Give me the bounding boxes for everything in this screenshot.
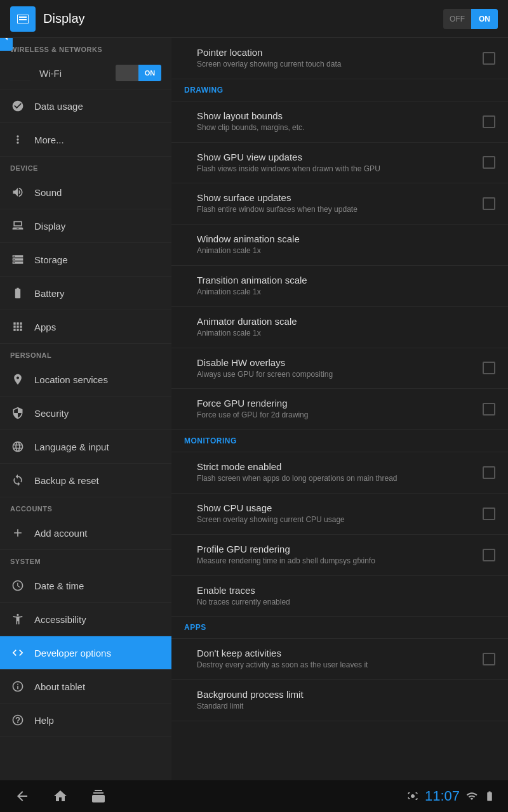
setting-show-layout-bounds-text: Show layout bounds Show clip bounds, mar… [197, 110, 475, 133]
language-label: Language & input [34, 442, 109, 452]
wifi-status-icon [466, 790, 478, 802]
header-title: Display [43, 11, 443, 26]
setting-show-cpu-usage-text: Show CPU usage Screen overlay showing cu… [197, 502, 475, 525]
setting-background-process-limit-text: Background process limit Standard limit [197, 689, 495, 712]
strict-mode-checkbox[interactable] [483, 466, 495, 479]
setting-animator-duration-scale-title: Animator duration scale [197, 316, 495, 327]
setting-background-process-limit[interactable]: Background process limit Standard limit [171, 680, 508, 721]
setting-show-gpu-view-updates-text: Show GPU view updates Flash views inside… [197, 152, 475, 174]
setting-pointer-location-text: Pointer location Screen overlay showing … [197, 47, 475, 70]
sidebar-item-sound[interactable]: Sound [0, 176, 171, 209]
disable-hw-overlays-checkbox[interactable] [483, 362, 495, 374]
about-tablet-label: About tablet [34, 681, 85, 692]
monitoring-section-header: MONITORING [171, 430, 508, 452]
profile-gpu-rendering-checkbox[interactable] [483, 549, 495, 561]
force-gpu-rendering-checkbox[interactable] [483, 403, 495, 416]
setting-disable-hw-overlays[interactable]: Disable HW overlays Always use GPU for s… [171, 348, 508, 390]
sidebar-item-display[interactable]: Display [0, 209, 171, 243]
sidebar-item-apps[interactable]: Apps [0, 310, 171, 344]
setting-profile-gpu-rendering-text: Profile GPU rendering Measure rendering … [197, 544, 475, 566]
setting-animator-duration-scale-subtitle: Animation scale 1x [197, 328, 495, 339]
apps-section-header: APPS [171, 617, 508, 639]
content-panel: Pointer location Screen overlay showing … [171, 38, 508, 780]
sidebar-item-data-usage[interactable]: Data usage [0, 89, 171, 123]
wifi-label: Wi-Fi [39, 68, 116, 79]
sidebar-item-wifi[interactable]: Wi-Fi ON [0, 57, 171, 89]
status-time: 11:07 [425, 788, 460, 804]
home-button[interactable] [51, 787, 70, 806]
nav-buttons [13, 787, 407, 806]
sidebar-item-security[interactable]: Security [0, 396, 171, 430]
pointer-location-checkbox[interactable] [483, 52, 495, 65]
sidebar-item-accessibility[interactable]: Accessibility [0, 603, 171, 636]
sound-icon [10, 185, 25, 200]
setting-enable-traces-text: Enable traces No traces currently enable… [197, 585, 495, 608]
sidebar-item-add-account[interactable]: Add account [0, 516, 171, 550]
add-account-label: Add account [34, 528, 87, 539]
show-layout-bounds-checkbox[interactable] [483, 115, 495, 128]
battery-label: Battery [34, 288, 65, 299]
data-usage-icon [10, 98, 25, 114]
setting-pointer-location[interactable]: Pointer location Screen overlay showing … [171, 38, 508, 79]
setting-strict-mode[interactable]: Strict mode enabled Flash screen when ap… [171, 452, 508, 494]
setting-strict-mode-title: Strict mode enabled [197, 461, 475, 472]
show-surface-updates-checkbox[interactable] [483, 197, 495, 210]
header: Display OFF ON [0, 0, 508, 38]
setting-transition-animation-scale-text: Transition animation scale Animation sca… [197, 275, 495, 298]
sidebar-item-date-time[interactable]: Date & time [0, 569, 171, 603]
sidebar-item-about-tablet[interactable]: About tablet [0, 670, 171, 704]
setting-show-layout-bounds[interactable]: Show layout bounds Show clip bounds, mar… [171, 102, 508, 143]
sidebar-item-help[interactable]: Help [0, 704, 171, 737]
setting-show-surface-updates-text: Show surface updates Flash entire window… [197, 192, 475, 215]
display-label: Display [34, 221, 65, 232]
security-icon [10, 405, 25, 421]
setting-window-animation-scale[interactable]: Window animation scale Animation scale 1… [171, 225, 508, 266]
personal-section-header: PERSONAL [0, 344, 171, 363]
setting-show-cpu-usage[interactable]: Show CPU usage Screen overlay showing cu… [171, 494, 508, 535]
more-label: More... [34, 134, 64, 145]
backup-icon [10, 473, 25, 488]
sidebar-item-location[interactable]: Location services [0, 363, 171, 396]
setting-dont-keep-activities[interactable]: Don't keep activities Destroy every acti… [171, 639, 508, 680]
sidebar-item-language[interactable]: Language & input [0, 430, 171, 464]
setting-enable-traces[interactable]: Enable traces No traces currently enable… [171, 576, 508, 617]
apps-label: Apps [34, 322, 56, 332]
add-account-icon [10, 525, 25, 540]
system-section-header: SYSTEM [0, 550, 171, 569]
date-time-icon [10, 578, 25, 593]
show-cpu-usage-checkbox[interactable] [483, 508, 495, 520]
setting-show-layout-bounds-title: Show layout bounds [197, 110, 475, 121]
screenshot-icon [407, 790, 418, 802]
security-label: Security [34, 408, 69, 419]
setting-force-gpu-rendering[interactable]: Force GPU rendering Force use of GPU for… [171, 389, 508, 430]
status-icons [407, 790, 418, 802]
setting-dont-keep-activities-subtitle: Destroy every activity as soon as the us… [197, 660, 475, 671]
setting-animator-duration-scale[interactable]: Animator duration scale Animation scale … [171, 307, 508, 348]
setting-transition-animation-scale[interactable]: Transition animation scale Animation sca… [171, 266, 508, 307]
setting-enable-traces-title: Enable traces [197, 585, 495, 596]
setting-background-process-limit-title: Background process limit [197, 689, 495, 700]
setting-show-gpu-view-updates-title: Show GPU view updates [197, 152, 475, 162]
setting-show-surface-updates[interactable]: Show surface updates Flash entire window… [171, 183, 508, 225]
sidebar-item-battery[interactable]: Battery [0, 277, 171, 310]
dont-keep-activities-checkbox[interactable] [483, 653, 495, 665]
sidebar-item-more[interactable]: More... [0, 123, 171, 157]
storage-label: Storage [34, 254, 68, 265]
show-gpu-view-updates-checkbox[interactable] [483, 156, 495, 169]
setting-strict-mode-subtitle: Flash screen when apps do long operation… [197, 473, 475, 484]
header-icon [10, 6, 36, 32]
back-button[interactable] [13, 787, 32, 806]
device-section-header: DEVICE [0, 157, 171, 176]
wifi-switch[interactable]: ON [116, 65, 161, 81]
setting-animator-duration-scale-text: Animator duration scale Animation scale … [197, 316, 495, 339]
setting-show-gpu-view-updates[interactable]: Show GPU view updates Flash views inside… [171, 143, 508, 184]
sidebar-item-storage[interactable]: Storage [0, 243, 171, 277]
setting-show-surface-updates-title: Show surface updates [197, 192, 475, 203]
sidebar-collapse-arrow[interactable] [0, 38, 13, 51]
sidebar-item-developer-options[interactable]: Developer options [0, 636, 171, 670]
sidebar-item-backup[interactable]: Backup & reset [0, 464, 171, 497]
setting-show-surface-updates-subtitle: Flash entire window surfaces when they u… [197, 204, 475, 215]
setting-profile-gpu-rendering[interactable]: Profile GPU rendering Measure rendering … [171, 535, 508, 576]
recents-button[interactable] [89, 787, 108, 806]
developer-toggle[interactable]: OFF ON [443, 9, 498, 29]
